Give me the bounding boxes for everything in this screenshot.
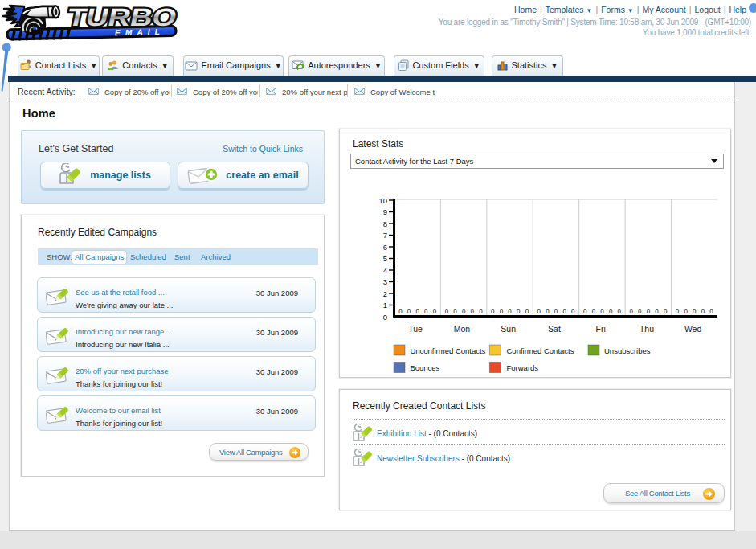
svg-text:Mon: Mon <box>454 324 471 334</box>
svg-text:Confirmed Contacts: Confirmed Contacts <box>507 346 574 355</box>
svg-text:0 0 0 0 0: 0 0 0 0 0 <box>398 308 437 315</box>
svg-text:Unsubscribes: Unsubscribes <box>604 346 651 355</box>
svg-text:0 0 0 0 0: 0 0 0 0 0 <box>491 308 529 315</box>
svg-text:0 0 0 0 0: 0 0 0 0 0 <box>537 308 576 315</box>
svg-text:3: 3 <box>383 277 387 286</box>
svg-text:6: 6 <box>383 243 387 252</box>
svg-text:1: 1 <box>383 301 387 309</box>
svg-text:2: 2 <box>383 289 387 298</box>
svg-text:0 0 0 0 0: 0 0 0 0 0 <box>445 308 484 315</box>
svg-text:Unconfirmed Contacts: Unconfirmed Contacts <box>410 346 485 355</box>
svg-text:0 0 0 0 0: 0 0 0 0 0 <box>629 308 668 315</box>
svg-text:Thu: Thu <box>640 324 654 334</box>
svg-text:5: 5 <box>383 254 387 263</box>
svg-text:10: 10 <box>378 196 387 205</box>
svg-text:Sun: Sun <box>501 324 516 334</box>
svg-text:Fri: Fri <box>595 324 605 334</box>
svg-text:9: 9 <box>383 207 387 216</box>
svg-text:Forwards: Forwards <box>507 363 539 372</box>
svg-text:8: 8 <box>383 219 387 228</box>
svg-text:Bounces: Bounces <box>410 363 439 372</box>
svg-text:0 0 0 0 0: 0 0 0 0 0 <box>583 308 622 315</box>
svg-text:0: 0 <box>383 313 387 322</box>
svg-text:Wed: Wed <box>684 324 702 334</box>
svg-text:0 0 0 0 0: 0 0 0 0 0 <box>676 308 714 315</box>
svg-text:Tue: Tue <box>408 324 423 334</box>
svg-text:4: 4 <box>383 266 387 275</box>
svg-text:7: 7 <box>383 231 387 240</box>
svg-text:TURBO: TURBO <box>65 2 180 30</box>
svg-text:Sat: Sat <box>548 324 561 334</box>
